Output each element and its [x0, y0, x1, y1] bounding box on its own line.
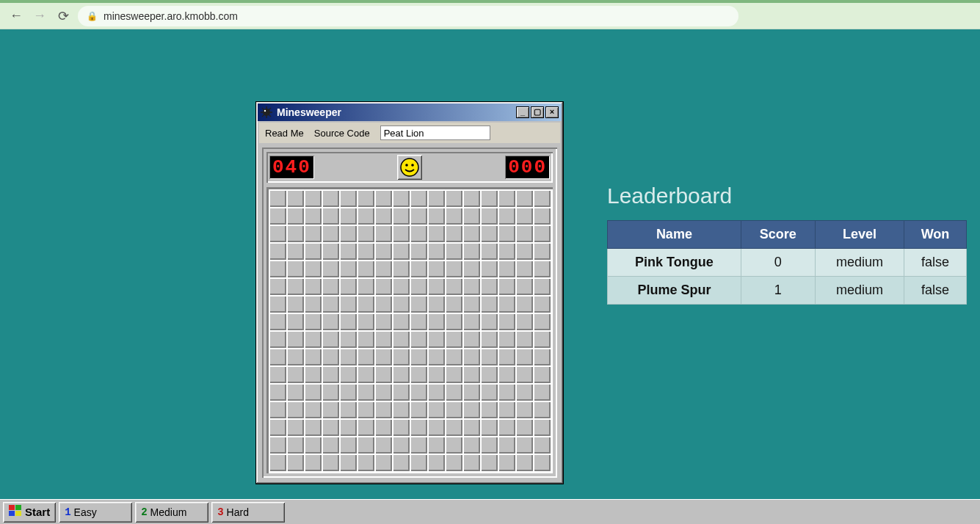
mine-cell[interactable] — [322, 207, 339, 225]
mine-cell[interactable] — [357, 348, 374, 365]
mine-cell[interactable] — [480, 436, 498, 454]
mine-cell[interactable] — [498, 418, 515, 436]
mine-cell[interactable] — [480, 454, 498, 471]
mine-cell[interactable] — [269, 189, 286, 207]
mine-cell[interactable] — [480, 189, 498, 207]
mine-cell[interactable] — [462, 277, 480, 295]
mine-cell[interactable] — [269, 242, 286, 260]
mine-cell[interactable] — [392, 207, 410, 225]
mine-cell[interactable] — [269, 330, 286, 348]
mine-cell[interactable] — [515, 207, 533, 225]
mine-cell[interactable] — [322, 365, 339, 383]
mine-cell[interactable] — [304, 436, 322, 454]
mine-cell[interactable] — [392, 330, 410, 348]
mine-cell[interactable] — [392, 383, 410, 401]
mine-cell[interactable] — [286, 436, 304, 454]
mine-cell[interactable] — [357, 225, 374, 242]
mine-cell[interactable] — [304, 401, 322, 418]
mine-cell[interactable] — [392, 225, 410, 242]
mine-cell[interactable] — [410, 418, 427, 436]
mine-cell[interactable] — [498, 313, 515, 330]
mine-cell[interactable] — [286, 313, 304, 330]
mine-cell[interactable] — [480, 295, 498, 313]
mine-cell[interactable] — [357, 260, 374, 277]
mine-cell[interactable] — [515, 242, 533, 260]
mine-cell[interactable] — [392, 401, 410, 418]
mine-cell[interactable] — [533, 348, 551, 365]
mine-cell[interactable] — [374, 277, 392, 295]
mine-cell[interactable] — [480, 418, 498, 436]
mine-cell[interactable] — [339, 436, 357, 454]
mine-cell[interactable] — [339, 260, 357, 277]
mine-cell[interactable] — [357, 313, 374, 330]
mine-cell[interactable] — [445, 260, 462, 277]
mine-cell[interactable] — [515, 418, 533, 436]
mine-cell[interactable] — [498, 383, 515, 401]
mine-cell[interactable] — [392, 189, 410, 207]
mine-cell[interactable] — [498, 330, 515, 348]
mine-cell[interactable] — [339, 313, 357, 330]
mine-cell[interactable] — [286, 207, 304, 225]
mine-cell[interactable] — [498, 242, 515, 260]
mine-cell[interactable] — [322, 277, 339, 295]
mine-cell[interactable] — [498, 277, 515, 295]
mine-cell[interactable] — [427, 277, 445, 295]
mine-cell[interactable] — [445, 330, 462, 348]
mine-cell[interactable] — [339, 207, 357, 225]
mine-cell[interactable] — [304, 277, 322, 295]
mine-cell[interactable] — [427, 401, 445, 418]
mine-cell[interactable] — [304, 295, 322, 313]
mine-cell[interactable] — [533, 418, 551, 436]
mine-cell[interactable] — [392, 365, 410, 383]
mine-cell[interactable] — [322, 418, 339, 436]
mine-cell[interactable] — [410, 207, 427, 225]
mine-cell[interactable] — [533, 295, 551, 313]
mine-cell[interactable] — [427, 225, 445, 242]
mine-cell[interactable] — [427, 365, 445, 383]
close-button[interactable]: × — [545, 106, 559, 118]
mine-cell[interactable] — [427, 348, 445, 365]
mine-cell[interactable] — [515, 260, 533, 277]
mine-cell[interactable] — [304, 189, 322, 207]
mine-cell[interactable] — [322, 260, 339, 277]
mine-cell[interactable] — [445, 436, 462, 454]
mine-cell[interactable] — [498, 401, 515, 418]
mine-cell[interactable] — [269, 277, 286, 295]
mine-cell[interactable] — [374, 436, 392, 454]
mine-cell[interactable] — [498, 225, 515, 242]
mine-cell[interactable] — [533, 313, 551, 330]
mine-cell[interactable] — [480, 313, 498, 330]
mine-cell[interactable] — [374, 383, 392, 401]
mine-cell[interactable] — [357, 330, 374, 348]
mine-cell[interactable] — [515, 454, 533, 471]
mine-cell[interactable] — [427, 454, 445, 471]
mine-cell[interactable] — [462, 418, 480, 436]
mine-cell[interactable] — [357, 242, 374, 260]
mine-cell[interactable] — [322, 330, 339, 348]
mine-cell[interactable] — [304, 260, 322, 277]
mine-cell[interactable] — [445, 207, 462, 225]
mine-cell[interactable] — [427, 436, 445, 454]
mine-cell[interactable] — [427, 260, 445, 277]
mine-cell[interactable] — [533, 189, 551, 207]
mine-cell[interactable] — [357, 277, 374, 295]
mine-cell[interactable] — [357, 295, 374, 313]
mine-cell[interactable] — [533, 401, 551, 418]
mine-cell[interactable] — [462, 348, 480, 365]
mine-cell[interactable] — [498, 436, 515, 454]
mine-cell[interactable] — [533, 242, 551, 260]
mine-cell[interactable] — [304, 365, 322, 383]
mine-cell[interactable] — [498, 260, 515, 277]
mine-cell[interactable] — [322, 313, 339, 330]
mine-cell[interactable] — [269, 454, 286, 471]
mine-cell[interactable] — [322, 454, 339, 471]
mine-cell[interactable] — [357, 383, 374, 401]
mine-cell[interactable] — [462, 295, 480, 313]
mine-cell[interactable] — [392, 436, 410, 454]
mine-cell[interactable] — [339, 277, 357, 295]
mine-cell[interactable] — [515, 189, 533, 207]
mine-cell[interactable] — [533, 365, 551, 383]
mine-cell[interactable] — [269, 383, 286, 401]
mine-cell[interactable] — [269, 401, 286, 418]
task-button-hard[interactable]: 3 Hard — [211, 502, 285, 523]
